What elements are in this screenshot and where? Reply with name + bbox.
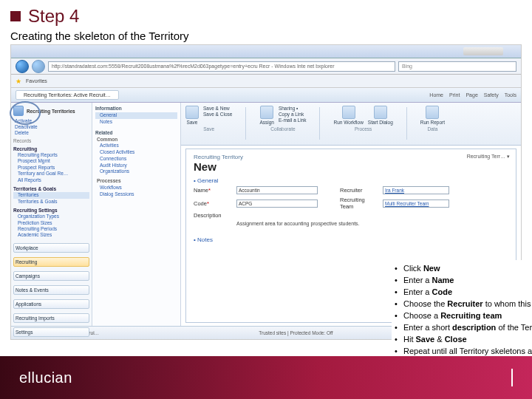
area-imports[interactable]: Recruiting Imports — [13, 313, 89, 323]
related-item[interactable]: Dialog Sessions — [95, 191, 177, 198]
nav-item[interactable]: All Reports — [13, 177, 89, 183]
related-item[interactable]: Workflows — [95, 185, 177, 191]
ie-tab-strip: Recruiting Territories: Active Recruit… … — [11, 88, 521, 103]
form-nav: Information General Notes Related Common… — [92, 103, 181, 326]
nav-group-settings: Recruiting Settings — [13, 208, 89, 213]
form-nav-info: Information — [95, 106, 177, 111]
form-nav-processes: Processes — [95, 178, 177, 185]
ie-tool-page[interactable]: Page — [466, 92, 477, 98]
section-general[interactable]: • General — [194, 177, 508, 184]
recruiter-input[interactable]: Ira Frank — [383, 186, 449, 194]
browser-tab[interactable]: Recruiting Territories: Active Recruit… — [16, 90, 119, 100]
ribbon-sec-collab: Collaborate — [270, 126, 295, 132]
code-input[interactable]: ACPG — [236, 200, 318, 208]
save-icon — [185, 106, 199, 119]
ie-tool-tools[interactable]: Tools — [505, 92, 516, 98]
team-label: Recruiting Team — [340, 197, 380, 210]
brand-logo: ellucian — [19, 369, 72, 386]
recruiter-label: Recruiter — [340, 187, 380, 194]
section-notes[interactable]: • Notes — [194, 236, 508, 243]
start-dialog-button[interactable]: Start Dialog — [368, 106, 393, 125]
form-nav-general[interactable]: General — [95, 112, 177, 119]
run-report-button[interactable]: Run Report — [420, 106, 445, 125]
related-item[interactable]: Activities — [95, 143, 177, 149]
nav-group-recruiting: Recruiting — [13, 146, 89, 151]
nav-item[interactable]: Prospect Reports — [13, 165, 89, 171]
team-value[interactable]: Multi Recruiter Team — [383, 201, 429, 206]
link-deactivate[interactable]: Deactivate — [15, 124, 89, 129]
screenshot-frame: http://standradatest.com:5558/Recruit200… — [10, 44, 522, 340]
area-settings[interactable]: Settings — [13, 327, 89, 337]
area-notes[interactable]: Notes & Events — [13, 285, 89, 295]
ie-address-bar: http://standradatest.com:5558/Recruit200… — [11, 58, 521, 75]
nav-group-territories: Territories & Goals — [13, 186, 89, 191]
ie-favorites-bar: ★ Favorites — [11, 75, 521, 88]
nav-item[interactable]: Territories & Goals — [13, 199, 89, 205]
save-new-button[interactable]: Save & New — [203, 106, 232, 111]
nav-item[interactable]: Territories — [13, 192, 89, 198]
nav-item[interactable]: Organization Types — [13, 214, 89, 219]
nav-item[interactable]: Prediction Sizes — [13, 220, 89, 226]
instruction-item: Enter a Code — [393, 287, 532, 299]
forward-button[interactable] — [32, 60, 45, 73]
recruiter-value[interactable]: Ira Frank — [383, 188, 404, 193]
footer-accent — [511, 369, 513, 386]
area-campaigns[interactable]: Campaigns — [13, 271, 89, 281]
favorites-label[interactable]: Favorites — [26, 78, 47, 83]
link-delete[interactable]: Delete — [15, 130, 89, 135]
emaillink-button[interactable]: E-mail a Link — [279, 117, 307, 123]
save-button[interactable]: Save — [185, 106, 199, 125]
instruction-item: Choose a Recruiting team — [393, 310, 532, 322]
nav-item[interactable]: Prospect Mgmt — [13, 158, 89, 164]
sharing-button[interactable]: Sharing • — [279, 106, 307, 111]
area-applications[interactable]: Applications — [13, 299, 89, 309]
description-value: Assignment area for accounting prospecti… — [236, 221, 508, 226]
related-item[interactable]: Connections — [95, 156, 177, 163]
form-nav-related: Related — [95, 130, 177, 135]
nav-item[interactable]: Territory and Goal Re… — [13, 171, 89, 177]
form-nav-notes[interactable]: Notes — [95, 119, 177, 126]
team-input[interactable]: Multi Recruiter Team — [383, 200, 449, 208]
ie-tool-home[interactable]: Home — [429, 92, 443, 98]
records-label: Records — [13, 138, 89, 143]
instruction-list: Click NewEnter a NameEnter a CodeChoose … — [392, 260, 532, 361]
view-selector[interactable]: Recruiting Terr… ▾ — [467, 154, 510, 160]
save-close-button[interactable]: Save & Close — [203, 112, 232, 117]
instruction-item: Choose the Recruiter to whom this Territ… — [393, 299, 532, 310]
ie-tool-print[interactable]: Print — [449, 92, 460, 98]
left-nav: Recruiting Territories Activate Deactiva… — [11, 103, 92, 326]
instruction-item: Hit Save & Close — [393, 334, 532, 346]
code-value: ACPG — [237, 201, 252, 206]
related-item[interactable]: Closed Activities — [95, 149, 177, 156]
ribbon-sec-save: Save — [203, 126, 214, 132]
favorites-icon[interactable]: ★ — [16, 78, 21, 85]
address-input[interactable]: http://standradatest.com:5558/Recruit200… — [48, 61, 395, 72]
page-title: Step 4 — [28, 6, 79, 27]
nav-item[interactable]: Recruiting Periods — [13, 226, 89, 232]
name-input[interactable]: Accountin — [236, 186, 318, 194]
ie-tool-safety[interactable]: Safety — [484, 92, 499, 98]
start-dlg-label: Start Dialog — [368, 120, 393, 125]
slide-footer: ellucian — [0, 356, 532, 399]
ribbon-sec-process: Process — [355, 126, 372, 132]
ribbon-sec-data: Data — [428, 126, 438, 132]
workflow-icon — [342, 106, 355, 119]
area-recruiting[interactable]: Recruiting — [13, 257, 89, 267]
assign-button[interactable]: Assign — [259, 106, 274, 125]
related-item[interactable]: Organizations — [95, 168, 177, 175]
run-wf-label: Run Workflow — [333, 120, 363, 125]
nav-item[interactable]: Recruiting Reports — [13, 152, 89, 158]
run-rpt-label: Run Report — [420, 120, 445, 125]
ribbon: Save Save & New Save & Close Save Assign… — [181, 103, 521, 146]
report-icon — [426, 106, 439, 119]
copylink-button[interactable]: Copy a Link — [279, 112, 307, 117]
instruction-item: Click New — [393, 263, 532, 275]
nav-item[interactable]: Academic Sizes — [13, 232, 89, 238]
related-item[interactable]: Audit History — [95, 163, 177, 169]
form-nav-common: Common — [95, 137, 177, 143]
back-button[interactable] — [16, 60, 29, 73]
area-workplace[interactable]: Workplace — [13, 243, 89, 253]
form-entity-label: Recruiting Territory — [194, 154, 508, 160]
search-input[interactable]: Bing — [398, 61, 516, 72]
run-workflow-button[interactable]: Run Workflow — [333, 106, 363, 125]
